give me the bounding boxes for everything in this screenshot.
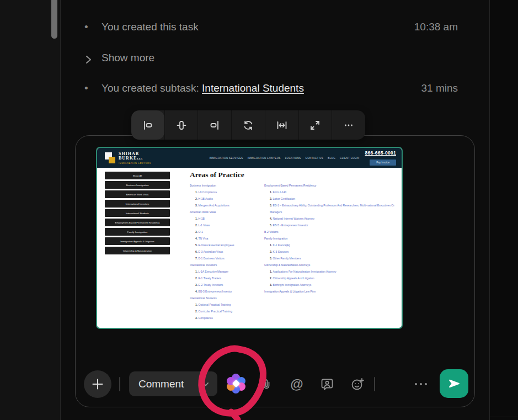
align-right-button[interactable]	[197, 110, 231, 140]
mention-button[interactable]: @	[289, 376, 305, 392]
chevron-right-icon	[83, 54, 93, 65]
practice-link[interactable]: Mergers And Acquisitions	[190, 202, 264, 209]
more-options-button[interactable]	[332, 110, 365, 140]
site-sidebar-button[interactable]: Citizenship & Naturalization	[105, 247, 170, 254]
align-left-button[interactable]	[131, 110, 164, 140]
practice-items: L-1A Executive/ManagerE-1 Treaty Traders…	[190, 268, 264, 295]
practice-section-heading[interactable]: American Work Visas	[190, 209, 264, 215]
practice-link[interactable]: K-3 Spouses	[264, 248, 397, 255]
practice-link[interactable]: O-1	[190, 228, 264, 235]
add-reaction-button[interactable]	[350, 376, 365, 392]
practice-link[interactable]: E-1 Treaty Traders	[190, 275, 264, 281]
site-sidebar-button[interactable]: Business Immigration	[105, 181, 170, 189]
site-logo[interactable]: SHIHAB BURKELLC IMMIGRATION LAWYERS	[105, 151, 151, 164]
request-feedback-button[interactable]	[319, 376, 335, 392]
send-button[interactable]	[440, 369, 468, 398]
site-sidebar-button[interactable]: International Investors	[105, 200, 170, 208]
expand-icon	[308, 119, 322, 132]
logo-tagline: IMMIGRATION LAWYERS	[119, 162, 151, 164]
subtask-link[interactable]: International Students	[202, 82, 304, 94]
practice-link[interactable]: EB-5 - Entrepreneur Investor	[264, 222, 397, 228]
align-right-icon	[208, 119, 221, 132]
practice-link[interactable]: H-1B	[190, 215, 264, 222]
comment-type-selector[interactable]: Comment	[129, 371, 217, 396]
practice-link[interactable]: E-Visas Essential Employees	[190, 242, 264, 248]
practice-section-heading[interactable]: International Students	[190, 295, 264, 301]
practice-link[interactable]: EB-1 – Extraordinary Ability, Outstandin…	[264, 202, 397, 215]
practice-link[interactable]: National Interest Waivers Attorney	[264, 215, 397, 222]
site-nav-item[interactable]: CONTACT US	[306, 157, 323, 160]
practice-section-heading[interactable]: B-2 Visitors	[264, 228, 397, 235]
attached-screenshot[interactable]: SHIHAB BURKELLC IMMIGRATION LAWYERS IMMI…	[96, 147, 403, 329]
site-body: Show AllBusiness ImmigrationAmerican Wor…	[97, 168, 402, 321]
practice-link[interactable]: E-2 Treaty Investors	[190, 281, 264, 288]
practice-link[interactable]: Form I-140	[264, 189, 397, 195]
app-window: • You created this task 10:38 am Show mo…	[0, 0, 518, 420]
site-nav-item[interactable]: IMMIGRATION SERVICES	[209, 157, 243, 160]
expand-button[interactable]	[298, 110, 332, 140]
practice-link[interactable]: L-1A Executive/Manager	[190, 268, 264, 275]
refresh-button[interactable]	[231, 110, 265, 140]
practice-link[interactable]: Citizenship Appeals And Litigation	[264, 275, 397, 281]
practice-link[interactable]: Birthright Immigration Attorneys	[264, 281, 397, 288]
activity-timestamp: 10:38 am	[414, 21, 458, 33]
pay-invoice-button[interactable]: Pay Invoice	[370, 160, 396, 166]
align-center-icon	[175, 119, 188, 132]
logo-line2: BURKE	[119, 156, 137, 161]
site-sidebar-button[interactable]: Family Immigration	[105, 228, 170, 236]
site-sidebar-button[interactable]: International Students	[105, 209, 170, 217]
practice-link[interactable]: E-3 Australian Visas	[190, 248, 264, 255]
practice-link[interactable]: Compliance	[190, 315, 264, 321]
practice-link[interactable]: TN Visa	[190, 235, 264, 242]
practice-link[interactable]: Curricular Practical Training	[190, 308, 264, 315]
logo-squares-icon	[105, 151, 116, 164]
align-center-button[interactable]	[164, 110, 198, 140]
site-nav-item[interactable]: LOCATIONS	[285, 157, 301, 160]
practice-section: Citizenship & Naturalization Attorneys A…	[264, 262, 397, 288]
practice-link[interactable]: I-9 Compliance	[190, 189, 264, 195]
more-actions-button[interactable]	[409, 378, 433, 391]
site-phone-link[interactable]: 866-665-0001	[365, 150, 396, 156]
practice-section-heading[interactable]: International Investors	[190, 262, 264, 268]
logo-suffix: LLC	[137, 157, 142, 160]
attach-file-button[interactable]	[259, 376, 274, 392]
ai-assistant-button[interactable]	[226, 373, 247, 394]
practice-link[interactable]: L-1 Visas	[190, 222, 264, 228]
add-attachment-button[interactable]	[84, 370, 111, 398]
practice-section-heading[interactable]: Family Immigration	[264, 235, 397, 242]
show-more-label[interactable]: Show more	[102, 52, 154, 64]
practice-section: International Investors L-1A Executive/M…	[190, 262, 264, 295]
site-nav-item[interactable]: CLIENT LOGIN	[340, 157, 359, 160]
show-more-row[interactable]: Show more	[61, 52, 489, 67]
practice-link[interactable]: Labor Certification	[264, 195, 397, 202]
site-sidebar-button[interactable]: American Work Visas	[105, 190, 170, 198]
bullet-icon: •	[84, 82, 88, 94]
practice-link[interactable]: Other Family Members	[264, 255, 397, 262]
more-options-icon	[342, 119, 355, 132]
practice-items: H-1BL-1 VisasO-1TN VisaE-Visas Essential…	[190, 215, 264, 262]
full-width-button[interactable]	[265, 110, 298, 140]
activity-timestamp: 31 mins	[421, 82, 458, 94]
practice-section-heading[interactable]: Employment-Based Permanent Residency	[264, 182, 397, 189]
practice-link[interactable]: Optional Practical Training	[190, 301, 264, 308]
site-sidebar-button[interactable]: Immigration Appeals & Litigation	[105, 237, 170, 245]
subtask-prefix: You created subtask:	[102, 82, 202, 94]
practice-section-heading[interactable]: Immigration Appeals & Litigation Law Fir…	[264, 288, 397, 295]
practice-section: Employment-Based Permanent Residency For…	[264, 182, 397, 228]
practice-section-heading[interactable]: Citizenship & Naturalization Attorneys	[264, 262, 397, 268]
practice-link[interactable]: Applications For Naturalization Immigrat…	[264, 268, 397, 275]
site-nav-item[interactable]: IMMIGRATION LAWYERS	[248, 157, 281, 160]
vertical-scrollbar[interactable]	[51, 0, 57, 39]
practice-link[interactable]: K-1 Fiancé(E)	[264, 242, 397, 248]
site-nav-item[interactable]: BLOG	[328, 157, 335, 160]
practice-link[interactable]: EB-5 Entrepreneur/Investor	[190, 288, 264, 295]
emoji-plus-icon	[350, 377, 365, 391]
practice-link[interactable]: H-1B Audits	[190, 195, 264, 202]
person-bubble-icon	[320, 377, 334, 391]
practice-section: Business Immigration I-9 ComplianceH-1B …	[190, 182, 264, 209]
site-sidebar-button[interactable]: Show All	[105, 172, 170, 179]
practice-section-heading[interactable]: Business Immigration	[190, 182, 264, 189]
practice-link[interactable]: B-1 Business Visitors	[190, 255, 264, 262]
activity-row-task-created: • You created this task 10:38 am	[61, 21, 489, 36]
site-sidebar-button[interactable]: Employment-Based Permanent Residency	[105, 219, 170, 226]
